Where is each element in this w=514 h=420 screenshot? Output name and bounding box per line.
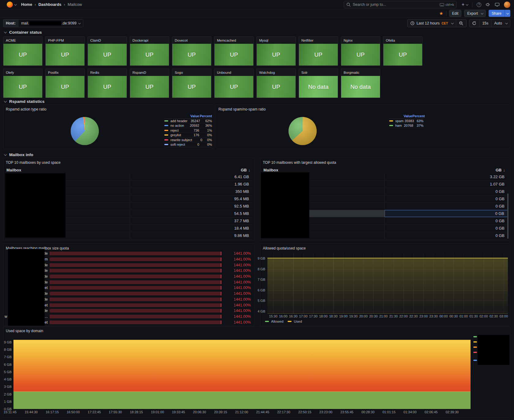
grafana-logo-icon[interactable] bbox=[7, 2, 13, 8]
monitor-icon[interactable] bbox=[495, 2, 500, 7]
stat-panel-sogo: SogoUP bbox=[172, 69, 211, 98]
legend-col-percent[interactable]: Percent bbox=[199, 114, 212, 118]
panel-title[interactable]: Used space by domain bbox=[6, 329, 43, 333]
panel-title[interactable]: Allowed quota/used space bbox=[263, 246, 306, 250]
add-new-button[interactable]: + bbox=[462, 2, 468, 7]
panel-title[interactable]: Netfilter bbox=[299, 37, 338, 44]
column-header-gb[interactable]: GB↓ bbox=[496, 168, 505, 172]
stat-status: UP bbox=[257, 44, 296, 66]
quota-bar-value: 1441.00% bbox=[222, 297, 253, 302]
panel-title[interactable]: Mysql bbox=[257, 37, 296, 44]
panel-title[interactable]: Redis bbox=[88, 69, 127, 76]
legend-row-greylist[interactable]: greylist1760% bbox=[164, 133, 212, 138]
x-axis-tick: 16:50:00 bbox=[67, 410, 80, 414]
refresh-interval[interactable]: 15s bbox=[479, 20, 491, 27]
legend-label: add header bbox=[170, 119, 188, 123]
panel-title[interactable]: Postfix bbox=[46, 69, 84, 76]
panel-title[interactable]: Dovecot bbox=[172, 37, 211, 44]
legend-row-rewrite-subject[interactable]: rewrite subject00% bbox=[164, 138, 212, 143]
edit-button[interactable]: Edit bbox=[449, 10, 462, 17]
legend-item-allowed[interactable]: Allowed bbox=[265, 320, 283, 323]
panel-title[interactable]: Watchdog bbox=[257, 69, 296, 76]
legend-row-ham[interactable]: ham2076837% bbox=[389, 123, 423, 128]
panel-title[interactable]: ClamD bbox=[88, 37, 127, 44]
panel-title[interactable]: Nginx bbox=[341, 37, 380, 44]
share-chevron-icon[interactable] bbox=[505, 10, 510, 17]
x-axis-tick: 21:12:00 bbox=[235, 410, 248, 414]
x-axis-tick: 01:34:00 bbox=[404, 410, 417, 414]
legend-row-spam[interactable]: spam3598363% bbox=[389, 119, 423, 124]
panel-title[interactable]: Olefy bbox=[3, 69, 42, 76]
breadcrumb-item-dashboards[interactable]: Dashboards bbox=[38, 2, 61, 7]
panel-title[interactable]: Solr bbox=[299, 69, 338, 76]
stat-panel-borgmatic: BorgmaticNo data bbox=[341, 69, 380, 98]
panel-title[interactable]: TOP 10 mailboxes with largest allowed qu… bbox=[263, 160, 336, 165]
column-header-mailbox[interactable]: Mailbox bbox=[6, 168, 21, 172]
legend-item-used[interactable]: Used bbox=[288, 320, 302, 323]
redacted-host-name bbox=[29, 21, 61, 25]
zoom-out-button[interactable] bbox=[456, 20, 466, 27]
auto-interval-dropdown[interactable]: Auto bbox=[491, 20, 510, 27]
panel-title[interactable]: Memcached bbox=[214, 37, 253, 44]
stat-status: UP bbox=[257, 76, 296, 98]
domain-chart-plot[interactable] bbox=[13, 337, 471, 409]
time-range-picker[interactable]: Last 12 hours CET bbox=[408, 20, 456, 27]
news-icon[interactable] bbox=[486, 2, 490, 7]
favorite-star-icon[interactable]: ★ bbox=[439, 11, 443, 16]
panel-title[interactable]: RspamD bbox=[130, 69, 169, 76]
stat-status: UP bbox=[3, 76, 42, 98]
legend-row-reject[interactable]: reject7361% bbox=[164, 128, 212, 133]
breadcrumb-item-home[interactable]: Home bbox=[21, 2, 32, 7]
legend-label: reject bbox=[170, 129, 179, 132]
panel-title[interactable]: ACME bbox=[3, 37, 42, 44]
x-axis-tick: 17:22:45 bbox=[88, 410, 101, 414]
panel-title[interactable]: Rspamd spam/no-spam ratio bbox=[218, 107, 266, 111]
allowed-chart-plot[interactable] bbox=[267, 253, 508, 313]
stat-panel-postfix: PostfixUP bbox=[45, 69, 85, 98]
legend-row-no-action[interactable]: no action2059236% bbox=[164, 123, 212, 128]
section-rspamd-statistics[interactable]: Rspamd statistics bbox=[4, 99, 45, 104]
panel-title[interactable]: Rspamd action type ratio bbox=[6, 107, 47, 111]
search-box[interactable]: ctrl+k bbox=[344, 1, 457, 8]
refresh-button[interactable] bbox=[469, 20, 479, 27]
y-axis-tick: 9 GB bbox=[258, 257, 265, 260]
legend-row-soft-reject[interactable]: soft reject00% bbox=[164, 142, 212, 147]
time-controls: Last 12 hours CET 15s Auto bbox=[407, 19, 510, 27]
spam-ratio-pie[interactable] bbox=[289, 117, 317, 145]
section-container-status[interactable]: Container status bbox=[4, 30, 42, 35]
legend-col-value[interactable]: Value bbox=[186, 114, 199, 118]
panel-title[interactable]: Borgmatic bbox=[341, 69, 380, 76]
search-input[interactable] bbox=[353, 2, 438, 7]
quota-bar bbox=[50, 321, 222, 324]
export-button[interactable]: Export bbox=[464, 10, 486, 17]
user-avatar[interactable] bbox=[504, 2, 510, 8]
legend-row-add-header[interactable]: add header3524762% bbox=[164, 119, 212, 124]
y-axis-tick: 2 GB bbox=[4, 392, 12, 396]
panel-title[interactable]: TOP 10 mailboxes by used space bbox=[6, 160, 61, 165]
panel-title[interactable]: Sogo bbox=[172, 69, 211, 76]
host-value[interactable]: mail. .de:9099 bbox=[18, 20, 83, 27]
legend-col-percent[interactable]: Percent bbox=[412, 114, 423, 118]
section-mailbox-info[interactable]: Mailbox info bbox=[4, 152, 33, 157]
column-header-mailbox[interactable]: Mailbox bbox=[263, 168, 278, 172]
panel-title[interactable]: Ofelia bbox=[383, 37, 422, 44]
column-header-gb[interactable]: GB↓ bbox=[241, 168, 250, 172]
collapse-chevron-icon bbox=[4, 153, 7, 156]
stat-status: UP bbox=[172, 44, 211, 66]
y-axis-tick: 6 GB bbox=[258, 288, 265, 292]
stat-status-text: UP bbox=[61, 51, 69, 58]
table-scrollbar[interactable] bbox=[507, 193, 508, 239]
domain-chart-xaxis: 15:11:4515:44:3016:17:1516:50:0017:22:45… bbox=[13, 410, 471, 414]
nav-menu-chevron-icon[interactable] bbox=[14, 3, 17, 6]
panel-title[interactable]: Unbound bbox=[214, 69, 253, 76]
panel-title[interactable]: Dockerapi bbox=[130, 37, 169, 44]
panel-title[interactable]: PHP-FPM bbox=[46, 37, 84, 44]
stat-status-text: UP bbox=[188, 84, 196, 90]
share-button[interactable]: Share bbox=[489, 10, 510, 17]
action-ratio-pie[interactable] bbox=[71, 117, 99, 145]
redacted-legend-labels bbox=[478, 335, 509, 365]
legend-col-value[interactable]: Value bbox=[400, 114, 412, 118]
host-variable-dropdown[interactable]: Host: mail. .de:9099 bbox=[3, 19, 83, 27]
quota-bar-value: 1441.00% bbox=[222, 309, 253, 313]
help-icon[interactable]: ? bbox=[477, 2, 481, 7]
